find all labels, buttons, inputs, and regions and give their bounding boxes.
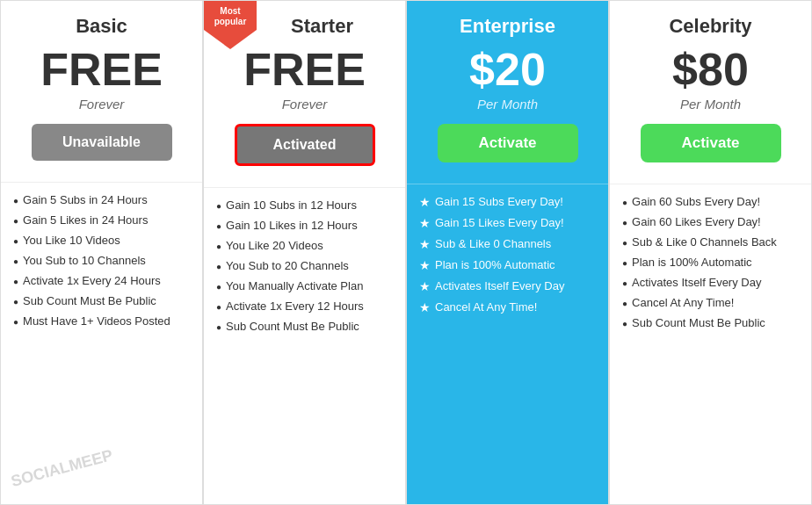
celebrity-activate-button[interactable]: Activate: [641, 124, 781, 162]
bullet-icon: ●: [13, 236, 18, 246]
bullet-icon: ●: [216, 242, 221, 251]
plan-basic: Basic FREE Forever Unavailable ●Gain 5 S…: [0, 0, 203, 505]
celebrity-feature-5: ●Activates Itself Every Day: [622, 272, 799, 292]
enterprise-feature-6: ★Cancel At Any Time!: [419, 297, 596, 318]
badge-line2: popular: [214, 17, 247, 27]
starter-feature-7: ●Sub Count Must Be Public: [216, 316, 393, 336]
enterprise-activate-button[interactable]: Activate: [438, 124, 578, 162]
basic-feature-6: ●Sub Count Must Be Public: [13, 291, 190, 311]
plan-basic-period: Forever: [8, 97, 195, 112]
bullet-icon: ●: [216, 221, 221, 231]
star-icon: ★: [419, 300, 431, 314]
starter-activated-button[interactable]: Activated: [235, 124, 375, 166]
bullet-icon: ●: [622, 218, 627, 227]
plan-starter-price: FREE: [211, 45, 398, 95]
celebrity-feature-3: ●Sub & Like 0 Channels Back: [622, 232, 799, 252]
badge-line1: Most: [220, 6, 240, 17]
plan-basic-header: Basic FREE Forever Unavailable: [1, 1, 202, 182]
basic-feature-5: ●Activate 1x Every 24 Hours: [13, 271, 190, 291]
plan-celebrity-header: Celebrity $80 Per Month Activate: [610, 1, 811, 184]
bullet-icon: ●: [216, 302, 221, 312]
bullet-icon: ●: [13, 216, 18, 226]
bullet-icon: ●: [622, 198, 627, 207]
plan-basic-features: ●Gain 5 Subs in 24 Hours ●Gain 5 Likes i…: [1, 182, 202, 343]
plan-starter: Most popular Starter FREE Forever Activa…: [203, 0, 406, 505]
bullet-icon: ●: [622, 319, 627, 328]
pricing-container: Basic FREE Forever Unavailable ●Gain 5 S…: [0, 0, 812, 505]
plan-enterprise: Enterprise $20 Per Month Activate ★Gain …: [406, 0, 609, 505]
plan-celebrity-period: Per Month: [617, 97, 804, 112]
bullet-icon: ●: [216, 282, 221, 292]
basic-feature-7: ●Must Have 1+ Videos Posted: [13, 311, 190, 331]
bullet-icon: ●: [13, 277, 18, 286]
star-icon: ★: [419, 258, 431, 272]
bullet-icon: ●: [13, 297, 18, 307]
bullet-icon: ●: [216, 262, 221, 271]
bullet-icon: ●: [13, 317, 18, 327]
starter-feature-2: ●Gain 10 Likes in 12 Hours: [216, 215, 393, 235]
star-icon: ★: [419, 216, 431, 230]
star-icon: ★: [419, 237, 431, 251]
plan-basic-name: Basic: [8, 15, 195, 38]
plan-celebrity: Celebrity $80 Per Month Activate ●Gain 6…: [609, 0, 812, 505]
basic-feature-1: ●Gain 5 Subs in 24 Hours: [13, 190, 190, 210]
bullet-icon: ●: [622, 258, 627, 268]
bullet-icon: ●: [622, 278, 627, 288]
plan-enterprise-name: Enterprise: [414, 15, 601, 38]
starter-feature-3: ●You Like 20 Videos: [216, 235, 393, 256]
starter-feature-1: ●Gain 10 Subs in 12 Hours: [216, 195, 393, 215]
bullet-icon: ●: [622, 238, 627, 248]
enterprise-feature-3: ★Sub & Like 0 Channels: [419, 234, 596, 255]
basic-feature-4: ●You Sub to 10 Channels: [13, 250, 190, 271]
bullet-icon: ●: [216, 322, 221, 332]
celebrity-feature-7: ●Sub Count Must Be Public: [622, 313, 799, 333]
celebrity-feature-2: ●Gain 60 Likes Every Day!: [622, 212, 799, 232]
basic-feature-2: ●Gain 5 Likes in 24 Hours: [13, 210, 190, 230]
plan-enterprise-price: $20: [414, 45, 601, 95]
plan-celebrity-features: ●Gain 60 Subs Every Day! ●Gain 60 Likes …: [610, 184, 811, 345]
plan-starter-period: Forever: [211, 97, 398, 112]
plan-celebrity-price: $80: [617, 45, 804, 95]
enterprise-feature-2: ★Gain 15 Likes Every Day!: [419, 213, 596, 234]
plan-starter-name: Starter: [246, 15, 398, 38]
plan-celebrity-name: Celebrity: [617, 15, 804, 38]
bullet-icon: ●: [216, 201, 221, 211]
bullet-icon: ●: [622, 299, 627, 308]
celebrity-feature-4: ●Plan is 100% Automatic: [622, 252, 799, 272]
plan-starter-features: ●Gain 10 Subs in 12 Hours ●Gain 10 Likes…: [204, 187, 405, 349]
plan-enterprise-features: ★Gain 15 Subs Every Day! ★Gain 15 Likes …: [407, 184, 608, 330]
watermark: SOCIALMEEP: [9, 446, 114, 491]
enterprise-feature-5: ★Activates Itself Every Day: [419, 276, 596, 297]
plan-enterprise-period: Per Month: [414, 97, 601, 112]
star-icon: ★: [419, 279, 431, 293]
celebrity-feature-6: ●Cancel At Any Time!: [622, 292, 799, 313]
starter-feature-4: ●You Sub to 20 Channels: [216, 256, 393, 276]
star-icon: ★: [419, 195, 431, 209]
plan-basic-price: FREE: [8, 45, 195, 95]
plan-enterprise-header: Enterprise $20 Per Month Activate: [407, 1, 608, 184]
enterprise-feature-4: ★Plan is 100% Automatic: [419, 255, 596, 276]
bullet-icon: ●: [13, 196, 18, 206]
starter-feature-5: ●You Manually Activate Plan: [216, 276, 393, 296]
starter-feature-6: ●Activate 1x Every 12 Hours: [216, 296, 393, 316]
basic-unavailable-button: Unavailable: [32, 124, 172, 161]
bullet-icon: ●: [13, 256, 18, 266]
celebrity-feature-1: ●Gain 60 Subs Every Day!: [622, 191, 799, 212]
basic-feature-3: ●You Like 10 Videos: [13, 230, 190, 250]
enterprise-feature-1: ★Gain 15 Subs Every Day!: [419, 191, 596, 213]
